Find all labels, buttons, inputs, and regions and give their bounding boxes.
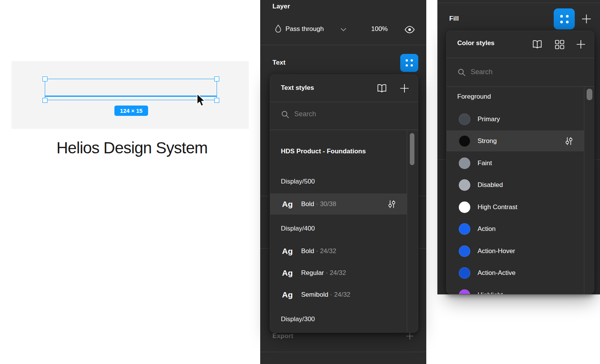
color-swatch xyxy=(459,202,470,213)
text-style-applied-button[interactable] xyxy=(400,54,418,72)
divider xyxy=(270,130,418,130)
color-style-name: Faint xyxy=(478,159,492,167)
add-text-style-icon[interactable] xyxy=(399,83,409,93)
color-style-row[interactable]: Disabled xyxy=(447,174,584,195)
text-styles-popup-title: Text styles xyxy=(281,84,314,92)
style-dots-icon xyxy=(560,15,569,23)
color-style-row[interactable]: Strong xyxy=(447,130,584,151)
selection-handle-top-left[interactable] xyxy=(42,76,47,81)
fill-panel: Fill Color styles xyxy=(437,0,600,294)
scrollbar-track-separator xyxy=(584,86,584,294)
color-styles-popup-title: Color styles xyxy=(457,39,494,47)
selection-handle-bottom-left[interactable] xyxy=(42,98,47,103)
divider xyxy=(260,45,426,45)
blend-mode-icon xyxy=(274,24,283,34)
color-style-row[interactable]: High Contrast xyxy=(447,197,584,218)
color-swatch xyxy=(459,158,470,169)
edit-style-sliders-icon[interactable] xyxy=(565,136,573,146)
divider xyxy=(447,58,594,58)
color-style-row[interactable]: Highlight xyxy=(447,284,584,294)
text-style-row[interactable]: Ag Bold · 24/32 xyxy=(270,240,407,262)
scrollbar-thumb[interactable] xyxy=(587,89,592,100)
color-style-name: Primary xyxy=(478,115,500,123)
blend-mode-select[interactable]: Pass through xyxy=(285,25,324,33)
color-swatch xyxy=(459,114,470,125)
export-section-title: Export xyxy=(272,332,293,340)
chevron-down-icon[interactable] xyxy=(340,28,347,32)
canvas-text-object[interactable]: Helios Design System xyxy=(46,139,218,157)
search-icon xyxy=(281,110,290,119)
color-style-name: Action-Active xyxy=(478,269,515,277)
text-styles-search-input[interactable] xyxy=(294,110,378,118)
text-section-title: Text xyxy=(272,59,285,67)
grid-view-icon[interactable] xyxy=(554,39,565,50)
style-library-group-title[interactable]: HDS Product - Foundations xyxy=(281,148,366,155)
add-color-style-icon[interactable] xyxy=(576,39,586,49)
style-row-label: Bold · 30/38 xyxy=(301,200,336,208)
color-style-name: Action-Hover xyxy=(478,247,515,255)
style-sample-glyph: Ag xyxy=(282,268,293,278)
style-sample-glyph: Ag xyxy=(282,200,293,209)
divider xyxy=(437,3,600,3)
divider xyxy=(447,86,594,87)
color-style-row[interactable]: Faint xyxy=(447,153,584,174)
color-style-name: High Contrast xyxy=(478,203,517,211)
color-style-row[interactable]: Action-Active xyxy=(447,262,584,283)
color-style-name: Action xyxy=(478,225,496,233)
style-section-display-500[interactable]: Display/500 xyxy=(281,178,315,185)
color-style-row[interactable]: Primary xyxy=(447,109,584,130)
text-style-row[interactable]: Ag Regular · 24/32 xyxy=(270,262,407,283)
divider xyxy=(260,352,426,352)
color-style-row[interactable]: Action-Hover xyxy=(447,240,584,262)
style-row-label: Bold · 24/32 xyxy=(301,247,336,255)
divider xyxy=(270,102,418,102)
selection-handle-bottom-right[interactable] xyxy=(214,98,219,103)
color-styles-search-input[interactable] xyxy=(471,68,555,76)
color-swatch xyxy=(459,223,470,235)
style-dots-icon xyxy=(406,59,413,67)
layer-section-title: Layer xyxy=(272,3,290,10)
color-swatch xyxy=(459,267,470,279)
export-add-icon[interactable] xyxy=(406,332,414,340)
text-baseline-highlight xyxy=(45,96,217,97)
scrollbar-track-separator xyxy=(407,130,407,333)
figma-workspace: Helios Design System 124 × 15 Layer Pass… xyxy=(0,0,600,364)
selection-bounds xyxy=(45,79,217,100)
style-sample-glyph: Ag xyxy=(282,290,293,299)
text-styles-popup: Text styles HDS Product - Foundations Di… xyxy=(270,75,418,333)
color-style-name: Disabled xyxy=(478,181,503,189)
style-row-label: Regular · 24/32 xyxy=(301,269,346,277)
color-swatch xyxy=(459,245,470,257)
search-icon xyxy=(458,68,466,77)
add-fill-icon[interactable] xyxy=(581,14,592,24)
selection-handle-top-right[interactable] xyxy=(214,76,219,81)
text-style-row[interactable]: Ag Bold · 30/38 xyxy=(270,193,407,214)
color-group-foreground[interactable]: Foreground xyxy=(457,93,491,101)
color-styles-popup: Color styles Foreground xyxy=(446,31,594,294)
mouse-cursor-icon xyxy=(196,93,207,108)
edit-style-sliders-icon[interactable] xyxy=(388,200,396,209)
opacity-field[interactable]: 100% xyxy=(371,25,388,33)
properties-panel: Layer Pass through 100% Text Export xyxy=(260,0,426,364)
scrollbar-thumb[interactable] xyxy=(410,133,414,165)
text-style-row[interactable]: Ag Semibold · 24/32 xyxy=(270,284,407,305)
style-library-book-icon[interactable] xyxy=(532,40,543,49)
dimension-badge: 124 × 15 xyxy=(114,106,148,116)
color-style-name: Strong xyxy=(478,137,497,145)
color-swatch xyxy=(459,289,470,295)
visibility-eye-icon[interactable] xyxy=(404,26,415,34)
color-swatch xyxy=(459,135,470,147)
color-style-name: Highlight xyxy=(478,291,503,295)
canvas[interactable]: Helios Design System 124 × 15 xyxy=(11,61,249,129)
color-swatch xyxy=(459,179,470,191)
style-library-book-icon[interactable] xyxy=(377,84,387,93)
style-row-label: Semibold · 24/32 xyxy=(301,291,351,299)
style-sample-glyph: Ag xyxy=(282,247,293,256)
color-style-row[interactable]: Action xyxy=(447,218,584,239)
style-section-display-400[interactable]: Display/400 xyxy=(281,225,315,232)
fill-style-applied-button[interactable] xyxy=(554,8,575,29)
style-section-display-300[interactable]: Display/300 xyxy=(281,315,315,323)
fill-section-title: Fill xyxy=(449,15,459,23)
